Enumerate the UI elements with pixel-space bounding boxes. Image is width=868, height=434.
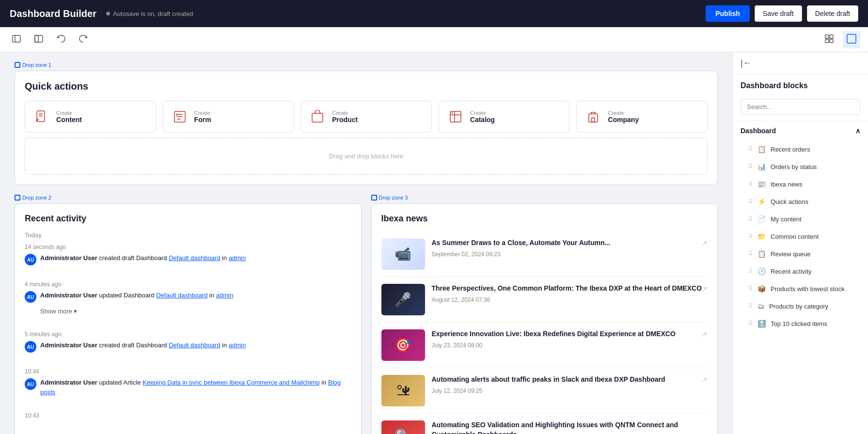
drag-handle-icon: ⠿	[748, 146, 753, 153]
news-date-2: July 23, 2024 08:00	[432, 342, 708, 349]
ibexa-news-title: Ibexa news	[381, 214, 708, 224]
activity-link-admin-2[interactable]: admin	[229, 341, 246, 349]
publish-button[interactable]: Publish	[706, 5, 750, 22]
activity-row-1: AU Administrator User updated Dashboard …	[25, 291, 351, 303]
sidebar-section-header[interactable]: Dashboard ∧	[733, 121, 868, 140]
activity-link-dashboard-0[interactable]: Default dashboard	[169, 254, 220, 262]
sidebar-item-recent-orders[interactable]: ⠿ 📋 Recent orders	[733, 140, 868, 158]
drag-handle-icon: ⠿	[748, 268, 753, 275]
news-link-icon-1[interactable]: ↗	[702, 285, 708, 293]
sidebar-item-quick-actions[interactable]: ⠿ ⚡ Quick actions	[733, 193, 868, 210]
svg-rect-13	[312, 113, 323, 122]
product-icon	[309, 108, 326, 125]
sidebar-item-recent-activity[interactable]: ⠿ 🕐 Recent activity	[733, 263, 868, 280]
delete-draft-button[interactable]: Delete draft	[807, 5, 858, 22]
activity-item-2: 5 minutes ago AU Administrator User crea…	[25, 331, 351, 360]
sidebar-item-orders-by-status[interactable]: ⠿ 📊 Orders by status	[733, 158, 868, 175]
content-icon	[33, 108, 50, 125]
activity-link-dashboard-2[interactable]: Default dashboard	[169, 341, 220, 349]
sidebar-item-my-content[interactable]: ⠿ 📄 My content	[733, 210, 868, 228]
preview-button[interactable]	[30, 31, 47, 48]
show-more-button[interactable]: Show more ▾	[40, 308, 77, 315]
sidebar-item-label-my-content: My content	[771, 216, 860, 223]
redo-button[interactable]	[75, 31, 92, 48]
quick-action-product[interactable]: Create Product	[300, 101, 432, 133]
quick-action-form-text: Create Form	[194, 110, 211, 124]
company-icon	[584, 108, 602, 125]
drag-drop-placeholder: Drag and drop blocks here	[25, 138, 708, 175]
sidebar-section-chevron-icon: ∧	[855, 127, 860, 135]
quick-action-content-text: Create Content	[56, 110, 82, 124]
app-title: Dashboard Builder	[10, 8, 96, 19]
sidebar-item-label-orders-by-status: Orders by status	[771, 163, 860, 170]
activity-time-4: 10:43	[25, 412, 351, 419]
toggle-panel-button[interactable]	[8, 31, 25, 48]
quick-action-catalog[interactable]: Create Catalog	[439, 101, 570, 133]
grid-view-button[interactable]	[821, 31, 838, 48]
drop-zone-2: Drop zone 2 Recent activity Today 14 sec…	[15, 195, 362, 434]
sidebar-item-ibexa-news[interactable]: ⠿ 📰 Ibexa news	[733, 175, 868, 193]
sidebar-item-top-10-clicked[interactable]: ⠿ 🔝 Top 10 clicked items	[733, 315, 868, 332]
sidebar-collapse-button[interactable]: |←	[733, 52, 868, 75]
news-title-4: Automating SEO Validation and Highlighti…	[432, 420, 708, 434]
products-by-category-icon: 🗂	[758, 302, 764, 310]
quick-action-form[interactable]: Create Form	[163, 101, 294, 133]
activity-link-admin-1[interactable]: admin	[216, 292, 233, 299]
svg-rect-8	[847, 34, 856, 43]
drop-zone-2-label: Drop zone 2	[15, 195, 362, 201]
products-lowest-stock-icon: 📦	[758, 285, 766, 293]
news-title-0: As Summer Draws to a Close, Automate You…	[432, 238, 708, 248]
collapse-icon: |←	[741, 58, 752, 68]
sidebar: |← Dashboard blocks Dashboard ∧ ⠿ 📋 Rece…	[732, 52, 868, 434]
news-link-icon-3[interactable]: ↗	[702, 376, 708, 384]
activity-group-today: Today	[25, 232, 351, 239]
sidebar-item-common-content[interactable]: ⠿ 📁 Common content	[733, 228, 868, 245]
quick-action-company[interactable]: Create Company	[576, 101, 708, 133]
ibexa-news-block: Ibexa news 📹 As Summer Draws to a Close,…	[371, 203, 718, 434]
expand-view-button[interactable]	[843, 31, 860, 48]
sidebar-item-label-recent-orders: Recent orders	[771, 146, 860, 153]
recent-activity-block: Recent activity Today 14 seconds ago AU …	[15, 203, 362, 434]
save-draft-button[interactable]: Save draft	[755, 5, 802, 22]
news-date-0: September 02, 2024 09:23	[432, 251, 708, 258]
activity-link-admin-0[interactable]: admin	[229, 254, 246, 262]
news-link-icon-0[interactable]: ↗	[702, 239, 708, 247]
svg-rect-4	[825, 35, 829, 38]
drag-handle-icon: ⠿	[748, 181, 753, 187]
sidebar-item-label-common-content: Common content	[771, 233, 860, 240]
sidebar-item-products-lowest-stock[interactable]: ⠿ 📦 Products with lowest stock	[733, 280, 868, 297]
svg-rect-2	[35, 35, 43, 42]
news-item-4: 🔍 Automating SEO Validation and Highligh…	[381, 414, 708, 434]
drag-handle-icon: ⠿	[748, 320, 753, 327]
activity-row-0: AU Administrator User created draft Dash…	[25, 253, 351, 265]
sidebar-item-products-by-category[interactable]: ⠿ 🗂 Products by category	[733, 297, 868, 315]
news-content-0: As Summer Draws to a Close, Automate You…	[432, 238, 708, 258]
topbar-left: Dashboard Builder Autosave is on, draft …	[10, 8, 193, 19]
activity-item-0: 14 seconds ago AU Administrator User cre…	[25, 244, 351, 273]
news-link-icon-2[interactable]: ↗	[702, 330, 708, 338]
top-10-clicked-icon: 🔝	[758, 320, 766, 327]
drag-handle-icon: ⠿	[748, 198, 753, 205]
activity-link-article[interactable]: Keeping Data in sync between Ibexa Comme…	[142, 379, 320, 386]
activity-link-dashboard-1[interactable]: Default dashboard	[156, 292, 207, 299]
activity-item-3: 10:44 AU Administrator User updated Arti…	[25, 368, 351, 404]
activity-time-0: 14 seconds ago	[25, 244, 351, 250]
sidebar-item-review-queue[interactable]: ⠿ 📋 Review queue	[733, 245, 868, 263]
news-content-4: Automating SEO Validation and Highlighti…	[432, 420, 708, 434]
quick-action-product-text: Create Product	[332, 110, 358, 124]
autosave-text: Autosave is on, draft created	[113, 10, 193, 17]
drag-handle-icon: ⠿	[748, 303, 753, 310]
svg-rect-7	[830, 39, 833, 43]
undo-button[interactable]	[52, 31, 70, 48]
news-item-2: 🎯 Experience Innovation Live: Ibexa Rede…	[381, 323, 708, 368]
avatar-1: AU	[25, 291, 36, 303]
recent-activity-sidebar-icon: 🕐	[758, 267, 766, 275]
sidebar-item-label-quick-actions: Quick actions	[771, 198, 860, 205]
drop-zone-3-label: Drop zone 3	[371, 195, 718, 201]
canvas: Drop zone 1 Quick actions Create Content	[0, 52, 732, 434]
news-thumb-0: 📹	[381, 238, 425, 270]
quick-action-company-text: Create Company	[608, 110, 639, 124]
quick-action-content[interactable]: Create Content	[25, 101, 156, 133]
news-content-2: Experience Innovation Live: Ibexa Redefi…	[432, 329, 708, 349]
sidebar-search-input[interactable]	[741, 99, 860, 115]
